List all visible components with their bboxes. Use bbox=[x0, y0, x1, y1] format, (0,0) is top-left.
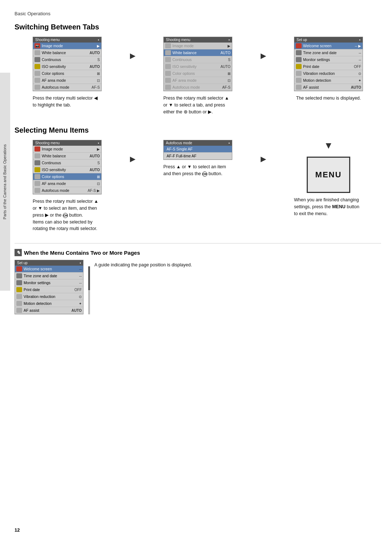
menu-item: ISO sensitivity AUTO bbox=[33, 63, 101, 70]
menu-button-graphic: MENU bbox=[307, 157, 350, 193]
af-menu-item: AF-S Single AF bbox=[164, 146, 232, 153]
note-menu-item: Vibration reduction ⊙ bbox=[15, 293, 83, 300]
monitor-icon bbox=[16, 280, 22, 285]
main-content: Basic Operations Switching Between Tabs … bbox=[15, 11, 381, 529]
selecting-items-title: Selecting Menu Items bbox=[15, 126, 381, 134]
switching-col-2: Shooting menu ▪ Image mode ▶ White balan… bbox=[145, 37, 250, 115]
camera-icon bbox=[34, 146, 40, 152]
note-setup-menu: Set up ▪ Welcome screen -- Time zone and… bbox=[15, 260, 83, 314]
clock-icon bbox=[296, 50, 302, 55]
selecting-items-row: Shooting menu ▪ Image mode ▶ White balan… bbox=[15, 140, 381, 232]
menu-item: Continuous S bbox=[33, 160, 101, 166]
menu-item: 📷 Image mode ▶ bbox=[33, 43, 101, 49]
menu-item: Continuous S bbox=[164, 56, 232, 63]
af-icon bbox=[34, 78, 40, 83]
selecting-desc-2: Press ▲ or ▼ to select an item and then … bbox=[163, 164, 232, 177]
cont-icon bbox=[34, 57, 40, 62]
switching-tabs-title: Switching Between Tabs bbox=[15, 23, 381, 31]
iso-icon bbox=[34, 64, 40, 69]
switching-col-3: Set up ▪ Welcome screen -- ▶ Time zone a… bbox=[276, 37, 381, 102]
arrow-1: ▶ bbox=[127, 37, 138, 60]
menu-item: Autofocus mode AF-S ▶ bbox=[33, 187, 101, 194]
setup-menu-1: Set up ▪ Welcome screen -- ▶ Time zone a… bbox=[294, 37, 363, 91]
menu-item: White balance AUTO bbox=[33, 153, 101, 160]
switching-desc-1: Press the rotary multi selector ◀ to hig… bbox=[33, 95, 102, 109]
page-indicator-bar-1 bbox=[88, 266, 90, 290]
down-arrow: ▼ bbox=[324, 140, 333, 151]
menu3-title: Shooting menu ▪ bbox=[33, 140, 101, 146]
af-icon bbox=[165, 78, 171, 83]
note-title: ✎ When the Menu Contains Two or More Pag… bbox=[15, 249, 381, 256]
color-icon bbox=[165, 71, 171, 76]
menu-item: Motion detection ✦ bbox=[294, 77, 363, 84]
iso-icon bbox=[165, 64, 171, 69]
afs-icon bbox=[34, 85, 40, 90]
menu-item: Image mode ▶ bbox=[164, 43, 232, 49]
camera-icon bbox=[165, 43, 171, 48]
menu1-title: Shooting menu ▪ bbox=[33, 37, 101, 43]
color-icon bbox=[34, 71, 40, 76]
page-number: 12 bbox=[15, 527, 20, 533]
menu-item: AF assist AUTO bbox=[294, 84, 363, 91]
cont-icon bbox=[165, 57, 171, 62]
note-icon: ✎ bbox=[15, 249, 22, 256]
selecting-col-2: Autofocus mode ▪ AF-S Single AF AF-F Ful… bbox=[145, 140, 250, 177]
switching-tabs-section: Switching Between Tabs Shooting menu ▪ 📷… bbox=[15, 23, 381, 115]
afs-icon bbox=[34, 188, 40, 193]
selecting-col-1: Shooting menu ▪ Image mode ▶ White balan… bbox=[15, 140, 120, 232]
color-icon bbox=[34, 174, 40, 179]
menu-item: Continuous S bbox=[33, 56, 101, 63]
note-section: ✎ When the Menu Contains Two or More Pag… bbox=[15, 243, 381, 314]
page-indicator-bar-2 bbox=[88, 291, 90, 315]
page-indicator bbox=[88, 266, 90, 314]
wb-icon bbox=[34, 153, 40, 158]
iso-icon bbox=[34, 167, 40, 172]
motion-icon bbox=[16, 301, 22, 306]
menu-item: Autofocus mode AF-S bbox=[164, 84, 232, 91]
menu-item: White balance AUTO bbox=[33, 49, 101, 56]
shooting-menu-1: Shooting menu ▪ 📷 Image mode ▶ White bal… bbox=[33, 37, 102, 91]
af-menu-title: Autofocus mode ▪ bbox=[164, 140, 232, 146]
menu-item: AF area mode ⊡ bbox=[164, 77, 232, 84]
wb-icon bbox=[34, 50, 40, 55]
shooting-menu-3: Shooting menu ▪ Image mode ▶ White balan… bbox=[33, 140, 102, 194]
menu-button-container: ▼ MENU bbox=[307, 140, 350, 193]
note-menu-item: AF assist AUTO bbox=[15, 307, 83, 314]
af2-icon bbox=[296, 85, 302, 90]
selecting-items-section: Selecting Menu Items Shooting menu ▪ Ima… bbox=[15, 126, 381, 232]
camera-icon bbox=[16, 266, 22, 271]
menu-item: Color options ⊠ bbox=[33, 173, 101, 180]
menu2-title: Shooting menu ▪ bbox=[164, 37, 232, 43]
cont-icon bbox=[34, 160, 40, 165]
note-menu-item: Time zone and date -- bbox=[15, 273, 83, 279]
af-icon bbox=[34, 181, 40, 186]
note-row: Set up ▪ Welcome screen -- Time zone and… bbox=[15, 260, 381, 314]
menu-item: Image mode ▶ bbox=[33, 146, 101, 153]
note-menu-item: Print date OFF bbox=[15, 286, 83, 293]
af-menu: Autofocus mode ▪ AF-S Single AF AF-F Ful… bbox=[163, 140, 232, 160]
side-tab-label: Parts of the Camera and Basic Operations bbox=[2, 144, 8, 219]
note-menu-container: Set up ▪ Welcome screen -- Time zone and… bbox=[15, 260, 87, 314]
arrow-3: ▶ bbox=[127, 140, 138, 163]
note-menu-title: Set up ▪ bbox=[15, 260, 83, 266]
menu-item: Welcome screen -- ▶ bbox=[294, 43, 363, 49]
menu-item: Monitor settings -- bbox=[294, 56, 363, 63]
note-menu-item: Motion detection ✦ bbox=[15, 300, 83, 307]
side-tab: Parts of the Camera and Basic Operations bbox=[0, 73, 10, 291]
clock-icon bbox=[16, 273, 22, 278]
selecting-col-3: ▼ MENU When you are finished changing se… bbox=[276, 140, 381, 217]
page-header: Basic Operations bbox=[15, 11, 381, 16]
setup-menu1-title: Set up ▪ bbox=[294, 37, 363, 43]
menu-item: ISO sensitivity AUTO bbox=[164, 63, 232, 70]
arrow-4: ▶ bbox=[258, 140, 269, 163]
menu-item: White balance AUTO bbox=[164, 49, 232, 56]
menu-item: AF area mode ⊡ bbox=[33, 77, 101, 84]
menu-button-label: MENU bbox=[315, 170, 342, 180]
menu-item: AF area mode ⊡ bbox=[33, 180, 101, 187]
menu-item: Autofocus mode AF-S bbox=[33, 84, 101, 91]
monitor-icon bbox=[296, 57, 302, 62]
menu-item: Time zone and date -- bbox=[294, 49, 363, 56]
camera-icon bbox=[296, 43, 302, 48]
wb-icon bbox=[165, 50, 171, 55]
motion-icon bbox=[296, 78, 302, 83]
